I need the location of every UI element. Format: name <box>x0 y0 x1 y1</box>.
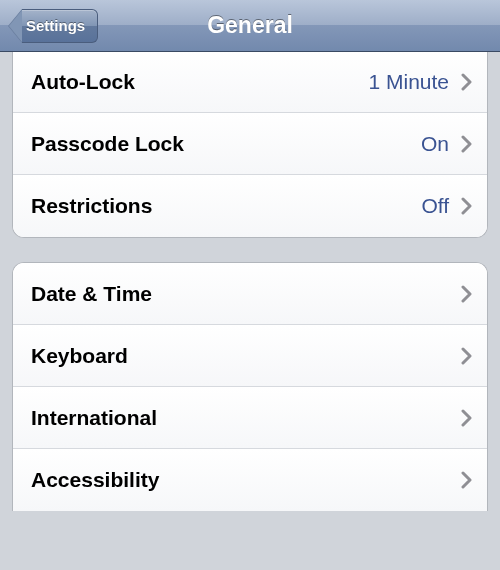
chevron-left-icon <box>8 9 22 43</box>
row-auto-lock[interactable]: Auto-Lock 1 Minute <box>13 51 487 113</box>
back-button[interactable]: Settings <box>8 9 98 43</box>
chevron-right-icon <box>461 73 473 91</box>
row-international[interactable]: International <box>13 387 487 449</box>
row-label: Keyboard <box>31 344 461 368</box>
chevron-right-icon <box>461 347 473 365</box>
row-label: Restrictions <box>31 194 421 218</box>
row-restrictions[interactable]: Restrictions Off <box>13 175 487 237</box>
chevron-right-icon <box>461 135 473 153</box>
row-label: Passcode Lock <box>31 132 421 156</box>
navbar: Settings General <box>0 0 500 52</box>
back-button-label: Settings <box>22 9 98 43</box>
chevron-right-icon <box>461 285 473 303</box>
settings-group-system: Date & Time Keyboard International Acces… <box>12 262 488 511</box>
row-passcode-lock[interactable]: Passcode Lock On <box>13 113 487 175</box>
chevron-right-icon <box>461 409 473 427</box>
row-value: On <box>421 132 449 156</box>
content: Auto-Lock 1 Minute Passcode Lock On Rest… <box>0 51 500 511</box>
row-value: Off <box>421 194 449 218</box>
chevron-right-icon <box>461 471 473 489</box>
row-date-time[interactable]: Date & Time <box>13 263 487 325</box>
settings-group-lock: Auto-Lock 1 Minute Passcode Lock On Rest… <box>12 51 488 238</box>
row-value: 1 Minute <box>368 70 449 94</box>
row-accessibility[interactable]: Accessibility <box>13 449 487 511</box>
row-label: Date & Time <box>31 282 461 306</box>
page-title: General <box>207 12 293 39</box>
row-label: Accessibility <box>31 468 461 492</box>
chevron-right-icon <box>461 197 473 215</box>
row-keyboard[interactable]: Keyboard <box>13 325 487 387</box>
row-label: International <box>31 406 461 430</box>
row-label: Auto-Lock <box>31 70 368 94</box>
